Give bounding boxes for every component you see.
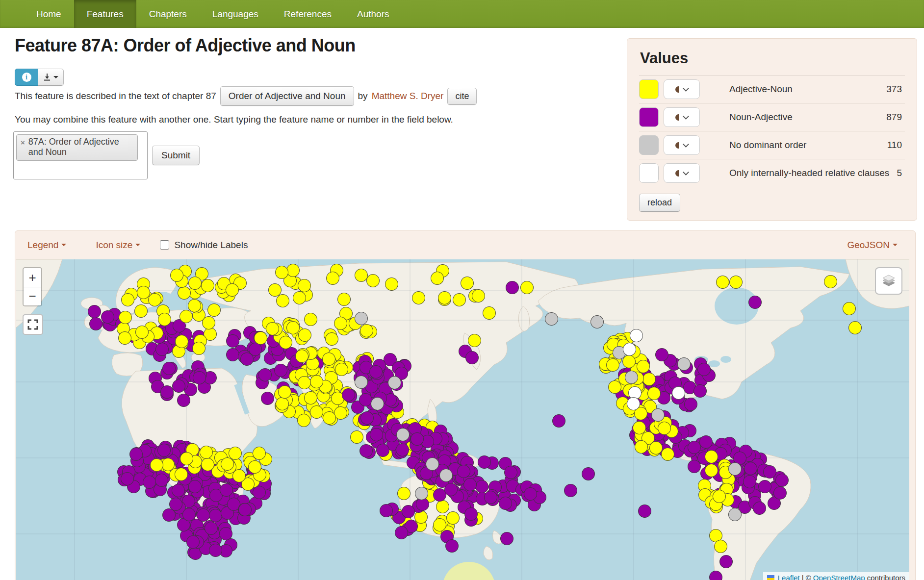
- map-marker-purple[interactable]: [638, 504, 651, 518]
- map-marker-purple[interactable]: [205, 522, 218, 535]
- layers-button[interactable]: [875, 267, 902, 295]
- map-marker-purple[interactable]: [775, 474, 789, 487]
- map-marker-gray[interactable]: [426, 457, 439, 471]
- map-marker-purple[interactable]: [655, 348, 668, 361]
- map-marker-yellow[interactable]: [325, 332, 338, 346]
- map-marker-yellow[interactable]: [175, 335, 188, 348]
- map-marker-yellow[interactable]: [472, 289, 485, 303]
- map-marker-yellow[interactable]: [298, 328, 311, 342]
- map-marker-white[interactable]: [630, 329, 643, 342]
- map-marker-purple[interactable]: [88, 305, 101, 318]
- map-marker-yellow[interactable]: [705, 450, 718, 463]
- map-marker-purple[interactable]: [758, 480, 771, 493]
- map-marker-purple[interactable]: [240, 353, 254, 366]
- remove-tag-icon[interactable]: ×: [21, 138, 25, 147]
- nav-item-features[interactable]: Features: [74, 0, 136, 28]
- marker-shape-select[interactable]: [664, 107, 700, 127]
- map-marker-purple[interactable]: [709, 571, 722, 580]
- map-marker-purple[interactable]: [193, 371, 206, 384]
- map-marker-gray[interactable]: [396, 428, 410, 441]
- map-marker-gray[interactable]: [388, 376, 401, 389]
- map-marker-yellow[interactable]: [221, 457, 234, 471]
- map-marker-yellow[interactable]: [178, 286, 191, 300]
- map-marker-purple[interactable]: [162, 508, 176, 522]
- geojson-dropdown[interactable]: GeoJSON: [847, 240, 898, 251]
- map-marker-gray[interactable]: [371, 397, 384, 410]
- map-marker-yellow[interactable]: [431, 272, 444, 285]
- map-marker-gray[interactable]: [651, 408, 665, 422]
- map-marker-purple[interactable]: [748, 296, 762, 309]
- map-marker-yellow[interactable]: [201, 458, 214, 471]
- map-marker-yellow[interactable]: [304, 391, 317, 404]
- map-marker-purple[interactable]: [457, 465, 470, 478]
- map-marker-yellow[interactable]: [276, 397, 289, 410]
- map-marker-gray[interactable]: [355, 312, 368, 325]
- map-marker-purple[interactable]: [121, 472, 134, 485]
- map-marker-purple[interactable]: [402, 505, 415, 518]
- osm-link[interactable]: OpenStreetMap: [813, 574, 865, 580]
- legend-dropdown[interactable]: Legend: [27, 240, 66, 251]
- map-marker-yellow[interactable]: [483, 306, 496, 320]
- map-marker-purple[interactable]: [478, 455, 491, 469]
- map-marker-yellow[interactable]: [293, 291, 306, 304]
- map-marker-purple[interactable]: [753, 502, 766, 515]
- map-marker-gray[interactable]: [415, 487, 428, 500]
- map-marker-purple[interactable]: [155, 474, 168, 487]
- map-marker-yellow[interactable]: [266, 322, 279, 335]
- map-marker-yellow[interactable]: [322, 353, 335, 366]
- map-marker-yellow[interactable]: [134, 304, 148, 318]
- map-marker-yellow[interactable]: [121, 293, 134, 306]
- nav-item-chapters[interactable]: Chapters: [136, 0, 200, 28]
- map-marker-purple[interactable]: [411, 432, 424, 446]
- map-marker-purple[interactable]: [763, 465, 776, 479]
- map-marker-purple[interactable]: [172, 484, 185, 497]
- nav-item-home[interactable]: Home: [24, 0, 74, 28]
- map-marker-purple[interactable]: [484, 491, 497, 504]
- map-marker-purple[interactable]: [524, 487, 537, 501]
- map-marker-yellow[interactable]: [150, 458, 163, 472]
- map-marker-yellow[interactable]: [297, 414, 310, 427]
- map-marker-yellow[interactable]: [188, 299, 201, 312]
- map-marker-purple[interactable]: [157, 444, 171, 457]
- map-marker-yellow[interactable]: [714, 540, 727, 553]
- map-marker-yellow[interactable]: [201, 279, 214, 292]
- map-marker-yellow[interactable]: [298, 279, 311, 292]
- map-marker-yellow[interactable]: [412, 291, 425, 304]
- marker-shape-select[interactable]: [664, 135, 700, 155]
- fullscreen-button[interactable]: [23, 314, 43, 335]
- color-swatch[interactable]: [639, 135, 659, 155]
- map-marker-yellow[interactable]: [385, 277, 398, 291]
- map-marker-yellow[interactable]: [298, 376, 311, 389]
- world-map[interactable]: + − Leaflet | © OpenStreetMa: [16, 259, 909, 580]
- map-marker-yellow[interactable]: [350, 430, 363, 444]
- map-marker-yellow[interactable]: [461, 277, 474, 290]
- map-marker-purple[interactable]: [582, 467, 595, 480]
- map-marker-yellow[interactable]: [635, 440, 648, 454]
- map-marker-gray[interactable]: [625, 371, 638, 384]
- map-marker-yellow[interactable]: [286, 321, 300, 334]
- map-marker-purple[interactable]: [172, 379, 185, 393]
- map-marker-purple[interactable]: [475, 480, 488, 493]
- map-marker-yellow[interactable]: [253, 447, 266, 460]
- icon-size-dropdown[interactable]: Icon size: [96, 240, 140, 251]
- map-marker-gray[interactable]: [728, 508, 742, 521]
- map-marker-purple[interactable]: [186, 535, 200, 549]
- map-marker-yellow[interactable]: [226, 283, 239, 297]
- map-marker-purple[interactable]: [499, 497, 512, 510]
- map-marker-purple[interactable]: [258, 368, 272, 381]
- map-marker-purple[interactable]: [564, 484, 577, 497]
- map-marker-yellow[interactable]: [658, 422, 671, 435]
- map-marker-yellow[interactable]: [286, 264, 300, 277]
- map-marker-yellow[interactable]: [468, 334, 481, 347]
- map-marker-yellow[interactable]: [118, 331, 131, 345]
- map-marker-purple[interactable]: [274, 364, 287, 377]
- chapter-button[interactable]: Order of Adjective and Noun: [220, 86, 354, 106]
- map-marker-yellow[interactable]: [334, 406, 347, 420]
- map-marker-purple[interactable]: [506, 281, 519, 294]
- map-marker-white[interactable]: [672, 386, 685, 400]
- map-marker-purple[interactable]: [699, 435, 713, 449]
- map-marker-yellow[interactable]: [729, 276, 743, 289]
- map-marker-gray[interactable]: [728, 462, 742, 476]
- map-marker-yellow[interactable]: [276, 294, 289, 307]
- map-marker-yellow[interactable]: [326, 272, 339, 285]
